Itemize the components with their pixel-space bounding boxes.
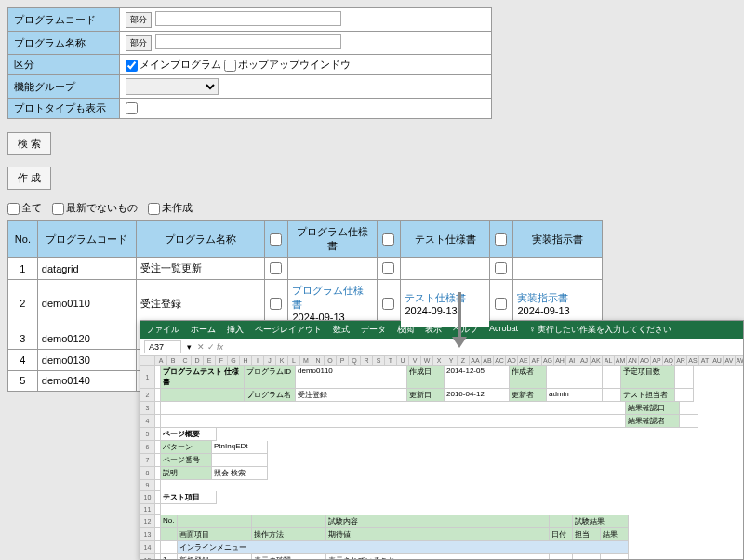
test-spec-link[interactable]: テスト仕様書2024-09-13: [401, 280, 490, 327]
program-code-label: プログラムコード: [8, 8, 120, 32]
ribbon-tab[interactable]: Acrobat: [489, 324, 518, 336]
program-code-input[interactable]: [155, 11, 341, 26]
search-form: プログラムコード部分 プログラム名称部分 区分メインプログラム ポップアップウイ…: [7, 7, 492, 119]
spreadsheet-body[interactable]: 1プログラムテスト 仕様書プログラムIDdemo0110作成日2014-12-0…: [140, 366, 743, 560]
ribbon-tab[interactable]: データ: [361, 324, 386, 336]
ribbon-tab[interactable]: ファイル: [146, 324, 179, 336]
popup-checkbox[interactable]: [224, 60, 236, 72]
program-name-input[interactable]: [155, 34, 341, 49]
kubun-label: 区分: [8, 55, 120, 75]
program-name-label: プログラム名称: [8, 32, 120, 55]
table-row: 1datagrid受注一覧更新: [8, 258, 603, 280]
th-check3[interactable]: [489, 221, 512, 258]
filter-all[interactable]: 全て: [7, 202, 42, 213]
main-program-option[interactable]: メインプログラム: [126, 59, 221, 70]
th-no: No.: [8, 221, 38, 258]
th-check1[interactable]: [264, 221, 287, 258]
popup-option[interactable]: ポップアップウインドウ: [224, 59, 351, 70]
create-button[interactable]: 作 成: [7, 167, 51, 190]
main-program-checkbox[interactable]: [126, 60, 138, 72]
formula-bar: A37▾✕ ✓ fx: [140, 339, 743, 356]
search-button[interactable]: 検 索: [7, 132, 51, 155]
th-impl: 実装指示書: [513, 221, 603, 258]
cell-reference[interactable]: A37: [144, 340, 181, 353]
th-name: プログラム名称: [136, 221, 264, 258]
filter-row: 全て 最新でないもの 未作成: [7, 201, 737, 215]
group-select[interactable]: [126, 78, 219, 95]
partial-btn-name[interactable]: 部分: [126, 35, 152, 51]
proto-checkbox[interactable]: [126, 102, 138, 114]
column-headers: ABCDEFGHIJKLMNOPQRSTUVWXYZAAABACADAEAFAG…: [140, 356, 743, 366]
ribbon-tab[interactable]: 数式: [333, 324, 350, 336]
th-check2[interactable]: [377, 221, 400, 258]
group-label: 機能グループ: [8, 75, 120, 99]
filter-not-created[interactable]: 未作成: [148, 202, 193, 213]
excel-window: ファイルホーム挿入ページレイアウト数式データ校閲表示ヘルプAcrobat♀ 実行…: [140, 320, 744, 560]
test-spec-cell: [401, 258, 490, 280]
th-code: プログラムコード: [37, 221, 136, 258]
ribbon-tab[interactable]: 挿入: [227, 324, 244, 336]
fx-icon[interactable]: ✕ ✓ fx: [197, 342, 223, 352]
ribbon-tab[interactable]: ホーム: [191, 324, 216, 336]
proto-label: プロトタイプも表示: [8, 99, 120, 119]
th-spec: プログラム仕様書: [288, 221, 378, 258]
ribbon-tab[interactable]: ページレイアウト: [255, 324, 322, 336]
partial-btn-code[interactable]: 部分: [126, 12, 152, 28]
filter-not-latest[interactable]: 最新でないもの: [52, 202, 138, 213]
th-test: テスト仕様書: [401, 221, 490, 258]
